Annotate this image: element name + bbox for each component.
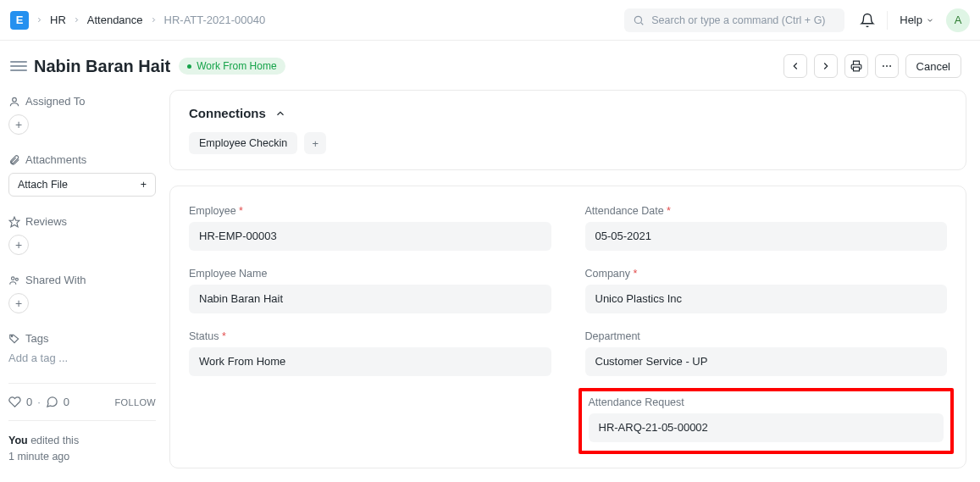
chevron-right-icon	[36, 16, 43, 24]
divider	[8, 383, 156, 384]
breadcrumb-attendance[interactable]: Attendance	[84, 14, 147, 26]
field-right-2: Department Customer Service - UP	[585, 330, 948, 376]
more-horizontal-icon	[881, 60, 893, 72]
tags-label: Tags	[8, 332, 156, 345]
help-menu[interactable]: Help	[900, 14, 934, 26]
bell-icon[interactable]	[860, 13, 875, 28]
connections-title: Connections	[189, 106, 266, 120]
field-right-3: Attendance Request HR-ARQ-21-05-00002	[585, 393, 948, 446]
required-indicator: *	[667, 205, 671, 217]
svg-point-5	[889, 65, 891, 67]
form-right-column: Attendance Date *05-05-2021Company *Unic…	[585, 205, 948, 446]
required-indicator: *	[633, 268, 637, 280]
field-label: Status *	[189, 330, 551, 342]
field-left-2: Status *Work From Home	[189, 330, 551, 376]
add-share-button[interactable]: +	[8, 293, 29, 313]
field-label: Department	[585, 330, 948, 342]
topbar: E HR Attendance HR-ATT-2021-00040 Search…	[0, 0, 980, 41]
svg-point-0	[635, 16, 642, 23]
chevron-down-icon	[926, 16, 934, 25]
edit-note: You edited this 1 minute ago	[8, 433, 156, 465]
menu-icon[interactable]	[10, 58, 27, 74]
paperclip-icon	[8, 154, 20, 166]
assigned-to-label: Assigned To	[8, 95, 156, 108]
cancel-button[interactable]: Cancel	[905, 54, 961, 78]
page-header: Nabin Baran Hait Work From Home Cancel	[0, 41, 980, 86]
field-label: Employee *	[189, 205, 551, 217]
edit-time: 1 minute ago	[8, 451, 69, 463]
form-sidebar: Assigned To + Attachments Attach File + …	[0, 86, 169, 482]
chevron-left-icon	[789, 60, 801, 72]
prev-button[interactable]	[783, 54, 807, 78]
chevron-right-icon	[73, 16, 80, 24]
field-value[interactable]: HR-ARQ-21-05-00002	[589, 413, 944, 442]
form-card: Employee *HR-EMP-00003Employee Name Nabi…	[169, 186, 966, 468]
connections-card: Connections Employee Checkin +	[169, 90, 966, 170]
heart-icon[interactable]	[8, 396, 21, 408]
star-icon	[8, 216, 20, 228]
status-label: Work From Home	[197, 60, 276, 72]
follow-button[interactable]: FOLLOW	[115, 397, 156, 407]
help-label: Help	[900, 14, 922, 26]
svg-point-10	[11, 335, 12, 336]
search-placeholder: Search or type a command (Ctrl + G)	[651, 14, 825, 26]
field-label: Company *	[585, 268, 948, 280]
field-right-0: Attendance Date *05-05-2021	[585, 205, 948, 251]
shared-with-label: Shared With	[8, 274, 156, 286]
app-logo[interactable]: E	[10, 11, 29, 30]
main-content: Connections Employee Checkin + Employee …	[169, 86, 980, 482]
required-indicator: *	[222, 330, 226, 342]
chevron-right-icon	[150, 16, 158, 24]
field-value[interactable]: Work From Home	[189, 347, 551, 376]
tag-icon	[8, 333, 20, 345]
reviews-label: Reviews	[8, 215, 156, 228]
field-label: Employee Name	[189, 268, 551, 280]
divider	[887, 11, 888, 30]
printer-icon	[850, 60, 862, 72]
chevron-right-icon	[820, 60, 832, 72]
field-value[interactable]: 05-05-2021	[585, 222, 948, 251]
field-right-1: Company *Unico Plastics Inc	[585, 268, 948, 313]
more-button[interactable]	[875, 54, 899, 78]
connections-header[interactable]: Connections	[189, 106, 947, 120]
svg-point-8	[12, 276, 15, 280]
comment-icon[interactable]	[46, 396, 58, 408]
print-button[interactable]	[844, 54, 868, 78]
add-assignee-button[interactable]: +	[8, 114, 29, 135]
field-value[interactable]: HR-EMP-00003	[189, 222, 551, 251]
field-left-1: Employee Name Nabin Baran Hait	[189, 268, 551, 313]
likes-count: 0	[26, 396, 32, 408]
attach-file-label: Attach File	[18, 179, 68, 191]
field-value[interactable]: Nabin Baran Hait	[189, 285, 551, 313]
search-input[interactable]: Search or type a command (Ctrl + G)	[624, 8, 844, 32]
svg-line-1	[641, 22, 644, 25]
comments-count: 0	[64, 396, 69, 408]
page-title: Nabin Baran Hait	[34, 57, 170, 76]
next-button[interactable]	[814, 54, 838, 78]
breadcrumb-current: HR-ATT-2021-00040	[161, 14, 269, 26]
breadcrumb-hr[interactable]: HR	[47, 14, 69, 26]
breadcrumb: HR Attendance HR-ATT-2021-00040	[36, 14, 269, 26]
form-left-column: Employee *HR-EMP-00003Employee Name Nabi…	[189, 205, 551, 446]
attachments-label: Attachments	[8, 153, 156, 166]
svg-point-3	[883, 65, 884, 67]
attach-file-button[interactable]: Attach File +	[8, 173, 156, 197]
add-review-button[interactable]: +	[8, 235, 29, 255]
connection-chip[interactable]: Employee Checkin	[189, 132, 297, 154]
field-value[interactable]: Unico Plastics Inc	[585, 285, 948, 313]
avatar[interactable]: A	[946, 8, 970, 32]
divider	[8, 420, 156, 421]
svg-point-6	[13, 97, 17, 102]
chevron-up-icon	[274, 108, 286, 119]
plus-icon: +	[141, 179, 147, 191]
tag-input[interactable]: Add a tag ...	[8, 352, 156, 364]
svg-point-4	[886, 65, 888, 67]
field-value[interactable]: Customer Service - UP	[585, 347, 948, 376]
users-icon	[8, 274, 20, 286]
status-badge: Work From Home	[179, 58, 285, 75]
svg-point-9	[15, 278, 18, 280]
user-icon	[8, 96, 20, 108]
status-dot-icon	[187, 64, 191, 69]
required-indicator: *	[239, 205, 243, 217]
add-connection-button[interactable]: +	[304, 132, 326, 154]
